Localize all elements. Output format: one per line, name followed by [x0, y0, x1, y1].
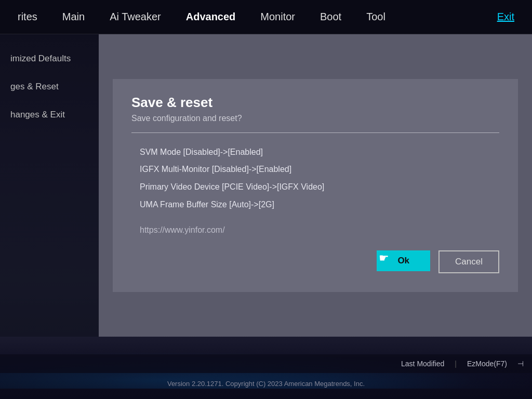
cancel-button[interactable]: Cancel	[438, 250, 499, 273]
nav-item-boot[interactable]: Boot	[308, 0, 354, 34]
sidebar-item-save-changes-exit[interactable]: hanges & Exit	[0, 101, 99, 129]
ez-mode-label[interactable]: EzMode(F7)	[467, 360, 507, 368]
change-item-1: IGFX Multi-Monitor [Disabled]->[Enabled]	[131, 161, 499, 178]
nav-item-favorites[interactable]: rites	[5, 0, 50, 34]
status-bar: Last Modified | EzMode(F7) ⊣	[0, 354, 532, 373]
main-content: Save & reset Save configuration and rese…	[99, 34, 532, 337]
dialog-subtitle: Save configuration and reset?	[131, 114, 499, 123]
nav-item-main[interactable]: Main	[50, 0, 97, 34]
nav-item-exit[interactable]: Exit	[485, 0, 527, 34]
status-divider: |	[455, 360, 457, 368]
change-item-3: UMA Frame Buffer Size [Auto]->[2G]	[131, 196, 499, 214]
ok-button[interactable]: Ok	[377, 250, 430, 271]
dialog-divider	[131, 132, 499, 133]
ok-button-wrapper: Ok ☛	[377, 250, 430, 273]
last-modified-label: Last Modified	[401, 360, 444, 368]
ez-mode-icon: ⊣	[517, 360, 524, 368]
save-reset-dialog: Save & reset Save configuration and rese…	[113, 79, 518, 292]
change-item-0: SVM Mode [Disabled]->[Enabled]	[131, 143, 499, 161]
sidebar: imized Defaults ges & Reset hanges & Exi…	[0, 34, 99, 337]
version-text: Version 2.20.1271. Copyright (C) 2023 Am…	[167, 380, 365, 388]
sidebar-item-optimized-defaults[interactable]: imized Defaults	[0, 45, 99, 73]
watermark-text: https://www.yinfor.com/	[131, 225, 499, 235]
navigation-bar: rites Main Ai Tweaker Advanced Monitor B…	[0, 0, 532, 34]
change-item-2: Primary Video Device [PCIE Video]->[IGFX…	[131, 178, 499, 196]
nav-item-tool[interactable]: Tool	[354, 0, 398, 34]
nav-item-advanced[interactable]: Advanced	[174, 0, 248, 34]
nav-item-monitor[interactable]: Monitor	[248, 0, 308, 34]
version-bar: Version 2.20.1271. Copyright (C) 2023 Am…	[0, 373, 532, 394]
dialog-button-row: Ok ☛ Cancel	[131, 250, 499, 273]
dialog-title: Save & reset	[131, 95, 499, 111]
nav-item-ai-tweaker[interactable]: Ai Tweaker	[97, 0, 174, 34]
sidebar-item-discard-changes[interactable]: ges & Reset	[0, 73, 99, 101]
